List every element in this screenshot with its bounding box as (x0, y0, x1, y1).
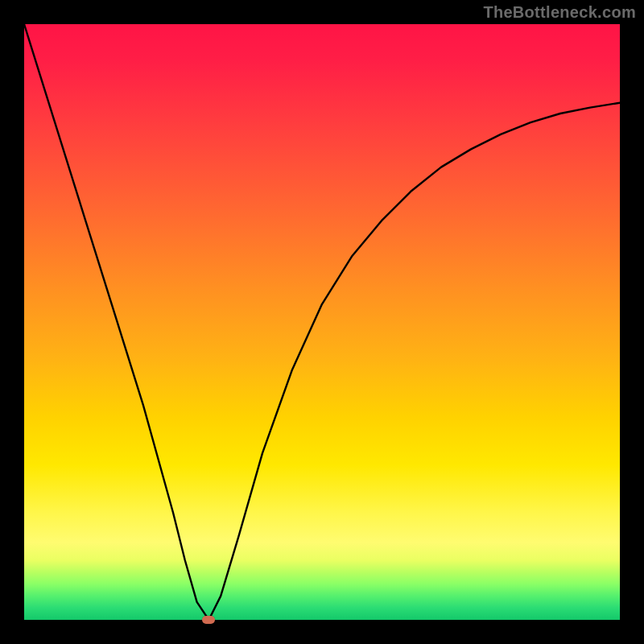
plot-gradient-background (24, 24, 620, 620)
watermark-text: TheBottleneck.com (483, 3, 636, 22)
minimum-marker (202, 616, 215, 624)
plot-outer-border (24, 24, 620, 620)
chart-frame: TheBottleneck.com (0, 0, 644, 644)
